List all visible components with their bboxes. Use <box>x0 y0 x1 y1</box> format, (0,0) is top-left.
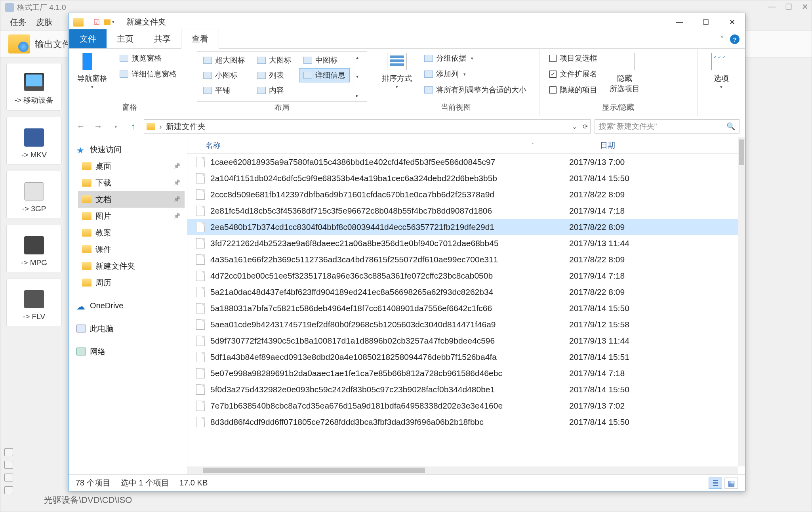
sort-button[interactable]: 排序方式 ▾ <box>379 51 415 100</box>
ff-format-tile[interactable]: -> 移动设备 <box>6 63 62 111</box>
ff-max-icon[interactable]: ☐ <box>785 2 792 11</box>
tab-share[interactable]: 共享 <box>144 29 181 48</box>
ff-min-icon[interactable]: — <box>768 2 776 11</box>
preview-pane-button[interactable]: 预览窗格 <box>115 51 181 65</box>
scroll-thumb[interactable] <box>739 139 744 165</box>
horizontal-scrollbar[interactable] <box>187 466 738 474</box>
col-name[interactable]: 名称 <box>206 140 465 151</box>
hide-selected-button[interactable]: 隐藏 所选项目 <box>606 51 643 100</box>
tree-onedrive[interactable]: ☁OneDrive <box>72 297 185 314</box>
file-row[interactable]: 5df1a43b84ef89aecd0913e8dbd20a4e10850218… <box>187 349 738 365</box>
tree-item[interactable]: 图片 <box>78 208 185 224</box>
back-button[interactable]: ← <box>74 120 88 133</box>
tab-view[interactable]: 查看 <box>181 29 219 49</box>
view-thumbs-button[interactable]: ▦ <box>724 478 738 489</box>
tab-home[interactable]: 主页 <box>107 29 144 48</box>
add-columns-button[interactable]: 添加列 ▾ <box>420 67 531 81</box>
view-details-button[interactable]: ≣ <box>709 478 722 489</box>
file-row[interactable]: 4d72cc01be00c51ee5f32351718a96e36c3c885a… <box>187 267 738 284</box>
file-row[interactable]: 5a188031a7bfa7c5821c586deb4964ef18f7cc61… <box>187 300 738 316</box>
history-dropdown[interactable]: ▾ <box>109 120 122 133</box>
mini-icon[interactable] <box>4 448 13 456</box>
tree-item[interactable]: 课件 <box>78 241 185 258</box>
ff-format-tile[interactable]: -> 3GP <box>6 171 62 218</box>
file-row[interactable]: 2e81fc54d18cb5c3f45368df715c3f5e96672c8b… <box>187 203 738 219</box>
layout-large[interactable]: 大图标 <box>253 53 296 67</box>
breadcrumb[interactable]: 新建文件夹 <box>166 121 206 132</box>
tree-item[interactable]: 桌面 <box>78 158 185 174</box>
file-row[interactable]: 4a35a161e66f22b369c5112736ad3ca4bd78615f… <box>187 251 738 267</box>
file-row[interactable]: 8d3dd86f4cdf9dd6ff071805ce7268fddd3bca3f… <box>187 414 738 430</box>
address-bar[interactable]: › 新建文件夹 ⌄ ⟳ <box>144 119 591 134</box>
file-row[interactable]: 5aea01cde9b42431745719ef2df80b0f2968c5b1… <box>187 316 738 332</box>
layout-content[interactable]: 内容 <box>253 83 296 97</box>
qat-dropdown[interactable]: ▾ <box>101 17 117 27</box>
file-row[interactable]: 3fd7221262d4b2523ae9a6f8daeec21a06a8be35… <box>187 235 738 251</box>
ff-format-tile[interactable]: -> FLV <box>6 279 62 326</box>
forward-button[interactable]: → <box>91 120 105 133</box>
search-input[interactable]: 搜索"新建文件夹" 🔍 <box>595 119 740 134</box>
window-title: 新建文件夹 <box>126 17 166 27</box>
refresh-icon[interactable]: ⟳ <box>583 123 588 130</box>
group-by-button[interactable]: 分组依据 ▾ <box>420 51 531 65</box>
up-button[interactable]: ↑ <box>126 120 140 133</box>
ff-close-icon[interactable]: ✕ <box>802 2 808 11</box>
tree-thispc[interactable]: 此电脑 <box>72 320 185 337</box>
tree-item[interactable]: 文档 <box>78 191 185 208</box>
tree-icon: ☁ <box>76 302 86 309</box>
file-list[interactable]: 1caee620818935a9a7580fa015c4386bbd1e402c… <box>187 154 738 466</box>
layout-medium[interactable]: 中图标 <box>299 53 350 67</box>
maximize-button[interactable]: ☐ <box>693 13 719 31</box>
ff-menu-skin[interactable]: 皮肤 <box>36 17 53 28</box>
options-button[interactable]: 选项 ▾ <box>703 51 740 101</box>
ff-menu-task[interactable]: 任务 <box>10 17 27 28</box>
file-row[interactable]: 2ea5480b17b374cd1cc8304f04bbf8c08039441d… <box>187 219 738 235</box>
nav-pane-button[interactable]: 导航窗格 ▾ <box>74 51 111 100</box>
file-row[interactable]: 5f0d3a275d432982e0e093bc59c242df83b05c97… <box>187 381 738 397</box>
layout-tiles[interactable]: 平铺 <box>199 83 250 97</box>
chevron-down-icon[interactable]: ⌄ <box>572 123 577 130</box>
col-date[interactable]: 日期 <box>600 140 745 151</box>
help-icon[interactable]: ? <box>730 34 740 44</box>
mini-icon[interactable] <box>4 474 13 481</box>
status-count: 78 个项目 <box>76 478 111 488</box>
layout-xlarge[interactable]: 超大图标 <box>199 53 250 67</box>
ff-format-tile[interactable]: -> MKV <box>6 117 62 164</box>
file-row[interactable]: 5d9f730772f2f4390c5c1b8a100817d1a1d8896b… <box>187 332 738 349</box>
minimize-button[interactable]: — <box>667 13 693 31</box>
scroll-thumb[interactable] <box>203 468 425 473</box>
qat-checkbox-icon[interactable]: ☑ <box>93 18 100 27</box>
tab-file[interactable]: 文件 <box>69 29 107 48</box>
item-checkboxes-toggle[interactable]: 项目复选框 <box>545 51 602 65</box>
file-row[interactable]: 2a104f1151db024c6dfc5c9f9e68353b4e4a19ba… <box>187 170 738 186</box>
file-ext-toggle[interactable]: ✓文件扩展名 <box>545 67 602 81</box>
details-pane-button[interactable]: 详细信息窗格 <box>115 67 181 81</box>
tree-item[interactable]: 周历 <box>78 274 185 291</box>
tree-item[interactable]: 教案 <box>78 224 185 241</box>
collapse-ribbon-icon[interactable]: ˄ <box>720 35 724 44</box>
close-button[interactable]: ✕ <box>719 13 745 31</box>
ff-app-icon <box>5 3 14 12</box>
file-row[interactable]: 7e7b1b638540b8cbc8a7cd35ea676d15a9d181bd… <box>187 397 738 414</box>
tree-item[interactable]: 新建文件夹 <box>78 258 185 274</box>
tree-item[interactable]: 下载 <box>78 174 185 191</box>
size-columns-button[interactable]: 将所有列调整为合适的大小 <box>420 83 531 97</box>
file-icon <box>196 222 205 232</box>
layout-small[interactable]: 小图标 <box>199 68 250 82</box>
tree-quick-access[interactable]: ★快速访问 <box>72 141 185 158</box>
file-row[interactable]: 1caee620818935a9a7580fa015c4386bbd1e402c… <box>187 154 738 170</box>
file-row[interactable]: 5a21a0dac48d437ef4bf623ffd904189ed241ec8… <box>187 284 738 300</box>
vertical-scrollbar[interactable] <box>738 137 745 466</box>
mini-icon[interactable] <box>4 461 13 469</box>
tree-network[interactable]: 网络 <box>72 343 185 360</box>
layout-details[interactable]: 详细信息 <box>299 68 350 82</box>
output-folder-icon[interactable] <box>8 34 30 53</box>
ff-format-tile[interactable]: -> MPG <box>6 225 62 272</box>
file-row[interactable]: 5e07e998a98289691b2da0aaec1ae1fe1ca7e85b… <box>187 365 738 381</box>
gallery-scroll[interactable]: ▴▾▸ <box>353 53 362 100</box>
hidden-items-toggle[interactable]: 隐藏的项目 <box>545 83 602 97</box>
mini-icon[interactable] <box>4 486 13 494</box>
explorer-titlebar[interactable]: ☑ ▾ 新建文件夹 — ☐ ✕ <box>69 13 745 31</box>
file-row[interactable]: 2ccc8d509e681fb142397dbfba6d9b71601cfdac… <box>187 186 738 203</box>
layout-list[interactable]: 列表 <box>253 68 296 82</box>
